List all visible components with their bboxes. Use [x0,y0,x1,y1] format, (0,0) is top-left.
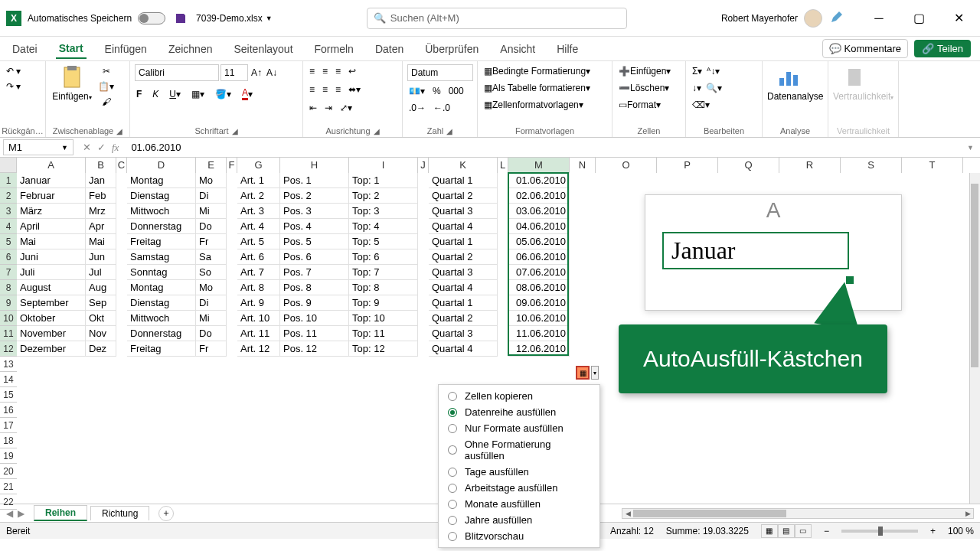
cell-K4[interactable]: Quartal 4 [429,219,498,234]
fx-icon[interactable]: fx [112,142,119,154]
cell-H9[interactable]: Pos. 9 [280,295,349,311]
view-pagebreak-button[interactable]: ▭ [795,524,812,538]
cell-M12[interactable]: 12.06.2010 [508,341,570,357]
cell-D5[interactable]: Freitag [127,234,196,249]
find-button[interactable]: 🔍▾ [704,81,724,95]
column-header-O[interactable]: O [596,158,657,173]
cell-I5[interactable]: Top: 5 [349,234,418,249]
percent-button[interactable]: % [431,84,443,98]
cell-K11[interactable]: Quartal 3 [429,326,498,341]
filename[interactable]: 7039-Demo.xlsx [196,13,263,24]
cell-B2[interactable]: Feb [86,188,116,204]
column-header-C[interactable]: C [116,158,127,173]
column-header-A[interactable]: A [17,158,86,173]
share-button[interactable]: 🔗 Teilen [914,40,971,57]
cell-K2[interactable]: Quartal 2 [429,188,498,204]
dialog-launcher-icon[interactable]: ◢ [116,127,122,135]
cell-D4[interactable]: Donnerstag [127,219,196,234]
fill-button[interactable]: ↓▾ [691,81,703,95]
align-right-button[interactable]: ≡ [334,83,342,96]
toggle-switch[interactable] [138,12,165,24]
row-header-12[interactable]: 12 [0,341,17,357]
cell-A2[interactable]: Februar [17,188,86,204]
column-header-R[interactable]: R [779,158,841,173]
cell-E7[interactable]: So [196,265,227,280]
font-size-select[interactable] [220,64,248,81]
column-header-T[interactable]: T [902,158,963,173]
cell-A4[interactable]: April [17,219,86,234]
row-header-4[interactable]: 4 [0,219,17,234]
cell-A1[interactable]: Januar [17,173,86,188]
row-header-22[interactable]: 22 [0,494,17,510]
add-sheet-button[interactable]: ＋ [158,506,174,521]
cell-H12[interactable]: Pos. 12 [280,341,349,357]
cell-H4[interactable]: Pos. 4 [280,219,349,234]
cell-D10[interactable]: Mittwoch [127,311,196,326]
cell-G2[interactable]: Art. 2 [237,188,280,204]
column-header-G[interactable]: G [237,158,280,173]
cell-E4[interactable]: Do [196,219,227,234]
cell-M2[interactable]: 02.06.2010 [508,188,570,204]
cell-K12[interactable]: Quartal 4 [429,341,498,357]
ctx-item-3[interactable]: Ohne Formatierung ausfüllen [439,436,599,464]
cell-M4[interactable]: 04.06.2010 [508,219,570,234]
autofill-options-dropdown-icon[interactable]: ▾ [591,366,599,380]
column-header-K[interactable]: K [429,158,498,173]
increase-font-button[interactable]: A↑ [250,66,263,80]
merge-button[interactable]: ⬌▾ [347,83,362,96]
cell-G3[interactable]: Art. 3 [237,204,280,219]
cell-B6[interactable]: Jun [86,249,116,265]
cell-I1[interactable]: Top: 1 [349,173,418,188]
sheet-next-icon[interactable]: ▶ [18,508,24,519]
font-name-select[interactable] [135,64,219,81]
cell-D2[interactable]: Dienstag [127,188,196,204]
data-analysis-button[interactable]: Datenanalyse [767,64,810,102]
column-header-Q[interactable]: Q [718,158,779,173]
cell-K6[interactable]: Quartal 2 [429,249,498,265]
cell-M5[interactable]: 05.06.2010 [508,234,570,249]
italic-button[interactable]: K [151,87,160,101]
row-header-3[interactable]: 3 [0,204,17,219]
cell-G4[interactable]: Art. 4 [237,219,280,234]
sort-filter-button[interactable]: ᴬ↓▾ [705,64,721,78]
cell-I8[interactable]: Top: 8 [349,280,418,295]
cell-B12[interactable]: Dez [86,341,116,357]
row-header-5[interactable]: 5 [0,234,17,249]
row-header-1[interactable]: 1 [0,173,17,188]
cell-I3[interactable]: Top: 3 [349,204,418,219]
cell-B7[interactable]: Jul [86,265,116,280]
zoom-in-button[interactable]: + [930,526,936,536]
align-middle-button[interactable]: ≡ [321,64,329,78]
cell-G1[interactable]: Art. 1 [237,173,280,188]
underline-button[interactable]: U▾ [168,87,182,101]
cell-B11[interactable]: Nov [86,326,116,341]
cell-A3[interactable]: März [17,204,86,219]
cell-D7[interactable]: Sonntag [127,265,196,280]
cell-D3[interactable]: Mittwoch [127,204,196,219]
cell-M8[interactable]: 08.06.2010 [508,280,570,295]
ctx-item-0[interactable]: Zellen kopieren [439,388,599,404]
cell-M1[interactable]: 01.06.2010 [508,173,570,188]
cell-G7[interactable]: Art. 7 [237,265,280,280]
font-color-button[interactable]: A▾ [240,86,254,102]
row-header-20[interactable]: 20 [0,464,17,479]
cell-G11[interactable]: Art. 11 [237,326,280,341]
cell-D12[interactable]: Freitag [127,341,196,357]
row-header-6[interactable]: 6 [0,249,17,265]
row-header-19[interactable]: 19 [0,448,17,464]
cell-E1[interactable]: Mo [196,173,227,188]
expand-formula-icon[interactable]: ▼ [961,144,980,152]
cell-I2[interactable]: Top: 2 [349,188,418,204]
cell-H3[interactable]: Pos. 3 [280,204,349,219]
format-painter-button[interactable]: 🖌 [96,95,116,109]
sheet-tab-reihen[interactable]: Reihen [34,505,87,521]
tab-start[interactable]: Start [56,39,87,59]
cell-D6[interactable]: Samstag [127,249,196,265]
cell-K3[interactable]: Quartal 3 [429,204,498,219]
column-header-H[interactable]: H [280,158,349,173]
cell-G12[interactable]: Art. 12 [237,341,280,357]
cell-I9[interactable]: Top: 9 [349,295,418,311]
paste-button[interactable]: Einfügen▾ [51,64,93,102]
cell-K9[interactable]: Quartal 1 [429,295,498,311]
ctx-item-2[interactable]: Nur Formate ausfüllen [439,420,599,436]
